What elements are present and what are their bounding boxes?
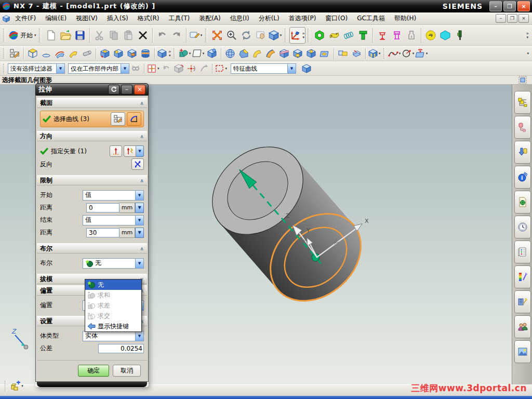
section-header-limits[interactable]: 限制 ∧: [37, 175, 147, 185]
thicken-button[interactable]: [350, 47, 363, 60]
specify-vector-row[interactable]: 指定矢量 (1): [40, 145, 144, 157]
window-minimize-button[interactable]: –: [489, 1, 502, 11]
mdi-minimize-button[interactable]: –: [496, 14, 506, 23]
section-header-direction[interactable]: 方向 ∧: [37, 131, 147, 141]
fixture-red-button[interactable]: [375, 28, 390, 43]
window-restore-button[interactable]: ❐: [503, 1, 516, 11]
pocket-button[interactable]: [125, 47, 139, 60]
part-navigator-button[interactable]: [514, 141, 531, 164]
boolean-option-none[interactable]: 无: [85, 280, 141, 290]
mdi-close-button[interactable]: ×: [518, 14, 529, 23]
project-curve-button[interactable]: ▾: [415, 47, 429, 60]
toolbar-grip[interactable]: [174, 48, 176, 59]
menu-edit[interactable]: 编辑(E): [41, 13, 71, 24]
delete-button[interactable]: [136, 28, 150, 43]
copy-button[interactable]: [107, 28, 121, 43]
dialog-close-button[interactable]: ×: [134, 85, 145, 95]
end-distance-options-button[interactable]: ▼: [135, 228, 144, 238]
revolve-button[interactable]: [39, 47, 53, 60]
body-type-combo[interactable]: 实体 ▼: [83, 331, 144, 341]
reverse-direction-button[interactable]: [131, 158, 144, 170]
trim-body-button[interactable]: [277, 47, 291, 60]
view-orient-button[interactable]: ▾: [268, 28, 283, 43]
system-scenes-button[interactable]: [514, 241, 531, 263]
curve-rule-caret-icon[interactable]: ▼: [287, 64, 296, 73]
menu-assemblies[interactable]: 装配(A): [194, 13, 225, 24]
menu-gc-toolbox[interactable]: GC工具箱: [352, 13, 390, 24]
boss-button[interactable]: [112, 47, 125, 60]
save-button[interactable]: [73, 28, 87, 43]
sphere-button[interactable]: [223, 47, 237, 60]
history-button[interactable]: [514, 216, 531, 238]
menu-tools[interactable]: 工具(T): [164, 13, 194, 24]
vector-dialog-button[interactable]: [110, 145, 122, 157]
dialog-resize-bar[interactable]: [37, 382, 147, 387]
split-body-button[interactable]: [291, 47, 304, 60]
pan-button[interactable]: [254, 28, 268, 43]
spring-tool-button[interactable]: [341, 28, 356, 43]
open-button[interactable]: [58, 28, 73, 43]
start-mode-caret-icon[interactable]: ▼: [135, 191, 143, 200]
selection-filter-caret-icon[interactable]: ▼: [56, 64, 64, 73]
hd3d-tools-button[interactable]: [514, 191, 531, 214]
emboss-button[interactable]: [318, 47, 331, 60]
visualization-gallery-button[interactable]: [514, 265, 531, 288]
sew-button[interactable]: [336, 47, 350, 60]
rotate-view-button[interactable]: [239, 28, 254, 43]
select-curve-row[interactable]: 选择曲线 (3): [40, 111, 144, 127]
variational-sweep-button[interactable]: [66, 47, 80, 60]
end-distance-input[interactable]: 30: [86, 228, 119, 237]
tube-button[interactable]: [80, 47, 94, 60]
fixture-magenta-button[interactable]: [390, 28, 404, 43]
toolbar-grip[interactable]: [205, 29, 208, 43]
clamp-gray-button[interactable]: [404, 28, 419, 43]
toolbar-grip[interactable]: [3, 64, 6, 73]
curve-select-button[interactable]: [127, 112, 141, 126]
ok-button[interactable]: 确定: [78, 365, 109, 377]
cancel-button[interactable]: 取消: [113, 365, 141, 377]
sweep-button[interactable]: [53, 47, 66, 60]
curve-rule-combo[interactable]: 特征曲线 ▼: [231, 63, 296, 74]
extract-body-button[interactable]: [205, 47, 219, 60]
toolbar-grip[interactable]: [39, 29, 42, 43]
end-mode-caret-icon[interactable]: ▼: [135, 216, 143, 225]
extrude-dialog-titlebar[interactable]: 拉伸 – ×: [35, 83, 149, 96]
menu-preferences[interactable]: 首选项(P): [284, 13, 321, 24]
collapse-chevron-icon[interactable]: ∧: [140, 178, 144, 183]
collapse-chevron-icon[interactable]: ∧: [140, 246, 144, 251]
yellow-part-button[interactable]: [327, 28, 341, 43]
key-tool-button[interactable]: [423, 28, 438, 43]
boolean-caret-icon[interactable]: ▼: [135, 259, 143, 268]
studio-spline-button[interactable]: ▾: [388, 47, 402, 60]
menu-insert[interactable]: 插入(S): [102, 13, 133, 24]
selection-filter-combo[interactable]: 没有选择过滤器 ▼: [8, 63, 65, 74]
assembly-navigator-button[interactable]: [514, 91, 531, 114]
toolbar-grip[interactable]: [285, 29, 287, 43]
menu-information[interactable]: 信息(I): [225, 13, 254, 24]
collapse-chevron-icon[interactable]: ∧: [140, 134, 144, 139]
hole-button[interactable]: [98, 47, 112, 60]
tool-holder-button[interactable]: [453, 28, 467, 43]
new-part-button[interactable]: [44, 28, 58, 43]
start-distance-options-button[interactable]: ▼: [135, 203, 144, 213]
body-type-caret-icon[interactable]: ▼: [135, 331, 143, 341]
snap-point-button[interactable]: ▾: [147, 63, 160, 74]
extrude-button[interactable]: [26, 47, 39, 60]
undo-button[interactable]: [155, 28, 169, 43]
rotate-point-button[interactable]: [185, 63, 197, 74]
unite-button[interactable]: ▾: [178, 47, 192, 60]
selection-scope-combo[interactable]: 仅在工作部件内部 ▼: [68, 63, 129, 74]
true-shading-button[interactable]: [514, 340, 531, 363]
section-header-boolean[interactable]: 布尔 ∧: [37, 243, 147, 254]
fit-view-button[interactable]: [210, 28, 224, 43]
cut-button[interactable]: [92, 28, 107, 43]
section-header-section[interactable]: 截面 ∧: [37, 98, 147, 108]
boolean-combo[interactable]: 无 ▼: [83, 258, 144, 269]
shell-button[interactable]: [304, 47, 318, 60]
end-mode-combo[interactable]: 值 ▼: [83, 215, 144, 225]
material-editor-button[interactable]: [514, 290, 531, 313]
toolbar2-overflow-icon[interactable]: ▾: [527, 52, 529, 56]
tolerance-input[interactable]: 0.0254: [98, 344, 144, 353]
constraint-navigator-button[interactable]: [514, 116, 531, 139]
pad-button[interactable]: [139, 47, 152, 60]
